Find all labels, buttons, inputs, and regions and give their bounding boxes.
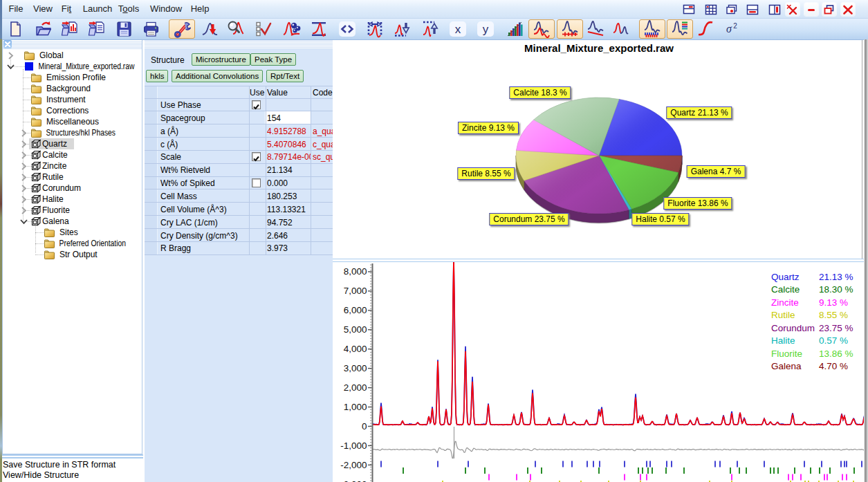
row-header-cell[interactable] (145, 216, 158, 228)
property-value[interactable]: 154 (267, 113, 311, 123)
property-value[interactable]: 4.9152788 (267, 127, 311, 136)
tab-structure[interactable]: Structure (151, 54, 185, 66)
tree-item-background[interactable]: Background (3, 83, 142, 94)
property-value[interactable]: 21.134 (267, 165, 311, 175)
pie-label-zincite[interactable]: Zincite 9.13 % (458, 122, 519, 134)
tab-microstructure[interactable]: Microstructure (192, 53, 250, 66)
tab-hkls[interactable]: hkls (146, 70, 168, 82)
pie-label-corundum[interactable]: Corundum 23.75 % (489, 213, 569, 225)
tree-item-quartz[interactable]: Quartz (3, 138, 142, 149)
tree-expander-collapsed-icon[interactable] (19, 184, 28, 192)
show-legend-button[interactable] (667, 19, 693, 39)
structure-peaks-button[interactable] (279, 19, 305, 39)
row-header-cell[interactable] (145, 99, 158, 111)
code-view-button[interactable] (334, 19, 360, 39)
tile-grid-button[interactable] (704, 3, 718, 16)
diffraction-plot-panel[interactable]: 8,0007,0006,0005,0004,0003,0002,0001,000… (335, 262, 865, 482)
tree-item-zincite[interactable]: Zincite (3, 160, 142, 172)
tree-expander-collapsed-icon[interactable] (19, 140, 28, 148)
tree-expander-expanded-icon[interactable] (19, 217, 28, 225)
tree-item-miscellaneous[interactable]: Miscellaneous (3, 116, 142, 127)
row-header-cell[interactable] (145, 124, 158, 137)
tree-item-sites[interactable]: Sites (3, 227, 142, 238)
y-axis-button[interactable]: y (472, 19, 499, 39)
menu-window[interactable]: Window (147, 0, 185, 18)
row-header-cell[interactable] (145, 203, 158, 215)
property-value[interactable]: 180.253 (267, 192, 311, 201)
show-calc-pattern-button[interactable] (528, 19, 555, 39)
row-header-cell[interactable] (145, 151, 158, 163)
select-region-button[interactable] (362, 19, 388, 39)
tree-expander-collapsed-icon[interactable] (19, 151, 28, 159)
tree-expander-collapsed-icon[interactable] (19, 173, 28, 181)
menu-fit[interactable]: Fit (59, 0, 74, 18)
zoom-peak-button[interactable] (223, 19, 249, 39)
property-value[interactable]: 3.973 (267, 243, 311, 253)
tab-peak-type[interactable]: Peak Type (250, 53, 296, 66)
tree-item-fluorite[interactable]: Fluorite (3, 205, 142, 216)
menu-help[interactable]: Help (188, 0, 212, 18)
tree-expander-collapsed-icon[interactable] (19, 162, 28, 170)
checkbox-unchecked[interactable] (252, 178, 261, 187)
tree-item-galena[interactable]: Galena (3, 216, 142, 227)
pie-label-fluorite[interactable]: Fluorite 13.86 % (663, 197, 732, 210)
peak-insert-button[interactable] (197, 19, 223, 39)
tree-item-preferred-orientation[interactable]: Preferred Orientation (3, 238, 142, 249)
row-header-cell[interactable] (145, 242, 158, 254)
tree-item-global[interactable]: Global (3, 50, 142, 61)
property-value[interactable]: 113.13321 (267, 205, 311, 214)
minimize-window-button[interactable] (804, 3, 818, 16)
print-button[interactable] (138, 19, 164, 39)
show-tick-marks-button[interactable] (639, 19, 665, 39)
multi-pattern-button[interactable] (502, 19, 528, 39)
checkbox-checked[interactable] (252, 100, 261, 109)
restore-window-button[interactable] (822, 3, 836, 16)
tree-item-corrections[interactable]: Corrections (3, 105, 142, 116)
tree-item-rutile[interactable]: Rutile (3, 172, 142, 183)
property-value[interactable]: 2.646 (267, 231, 311, 241)
menu-launch[interactable]: Launch (80, 0, 116, 18)
tree-item-halite[interactable]: Halite (3, 194, 142, 205)
fit-wrench-button[interactable] (169, 19, 195, 39)
row-header-cell[interactable] (145, 164, 158, 176)
tile-vertical-button[interactable] (768, 3, 782, 16)
menu-file[interactable]: File (6, 0, 26, 18)
property-value[interactable]: 8.79714e-00 (267, 152, 311, 162)
tree-panel-gripper[interactable] (3, 41, 142, 49)
show-background-button[interactable] (582, 19, 609, 39)
import-scan-button[interactable] (57, 19, 83, 39)
pie-label-calcite[interactable]: Calcite 18.3 % (509, 86, 571, 99)
pie-label-halite[interactable]: Halite 0.57 % (631, 213, 689, 225)
menu-tools[interactable]: Tools (116, 0, 142, 18)
property-value[interactable]: 94.752 (267, 218, 311, 228)
show-observed-button[interactable] (608, 19, 634, 39)
tab-additional-convolutions[interactable]: Additional Convolutions (172, 70, 263, 82)
open-folder-button[interactable] (30, 19, 56, 39)
refine-checklist-button[interactable] (250, 19, 276, 39)
checkbox-checked[interactable] (252, 152, 261, 161)
pie-label-rutile[interactable]: Rutile 8.55 % (457, 167, 515, 180)
properties-panel-gripper[interactable] (145, 41, 333, 49)
tile-horizontal-button[interactable] (746, 3, 759, 16)
cascade-windows-button[interactable] (725, 3, 739, 16)
row-header-cell[interactable] (145, 111, 158, 124)
pie-label-galena[interactable]: Galena 4.7 % (687, 165, 746, 178)
property-value[interactable]: 5.4070846 (267, 140, 311, 149)
tree-expander-collapsed-icon[interactable] (19, 206, 28, 214)
tree-expander-collapsed-icon[interactable] (19, 195, 28, 203)
x-axis-button[interactable]: x (445, 19, 471, 39)
variance-button[interactable]: σ2 (719, 19, 746, 39)
peak-range-button[interactable] (306, 19, 332, 39)
row-header-cell[interactable] (145, 229, 158, 241)
import-file-button[interactable] (84, 19, 110, 39)
row-header-cell[interactable] (145, 177, 158, 189)
menu-view[interactable]: View (30, 0, 55, 18)
new-window-layout-button[interactable] (682, 3, 696, 16)
tree-expander-expanded-icon[interactable] (6, 62, 15, 71)
tree-expander-collapsed-icon[interactable] (6, 51, 15, 59)
tree-item-instrument[interactable]: Instrument (3, 94, 142, 105)
save-button[interactable] (111, 19, 137, 39)
close-all-windows-button[interactable] (786, 3, 800, 16)
tree-expander-collapsed-icon[interactable] (19, 129, 28, 137)
tree-item-emission-profile[interactable]: Emission Profile (3, 72, 142, 83)
